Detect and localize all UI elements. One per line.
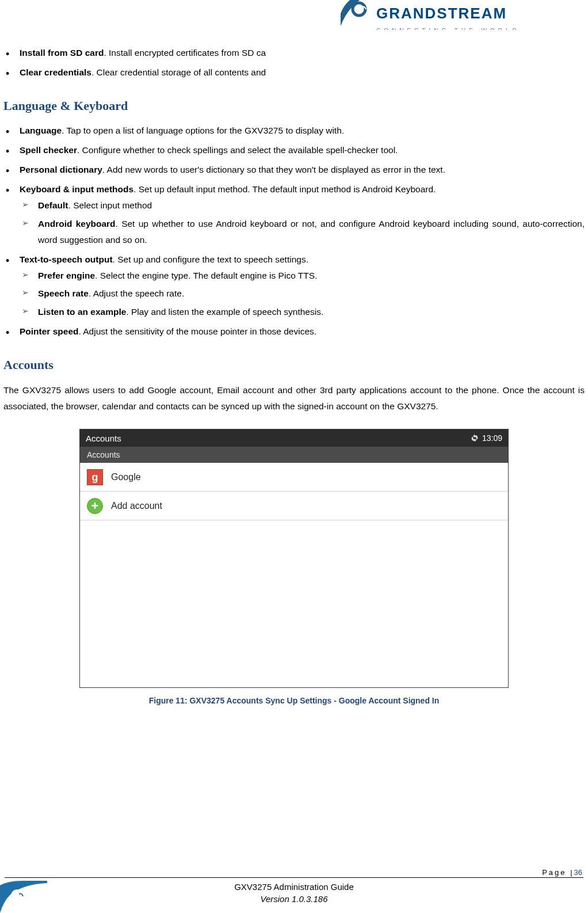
item-term: Android keyboard	[38, 219, 116, 229]
google-icon: g	[87, 469, 103, 485]
footer-corner-logo	[0, 881, 47, 913]
account-row-google[interactable]: g Google	[80, 463, 508, 492]
item-desc: . Select the engine type. The default en…	[95, 271, 317, 280]
item-term: Speech rate	[38, 288, 89, 298]
item-desc: . Clear credential storage of all conten…	[91, 67, 266, 77]
brand-logo: GRANDSTREAM CONNECTING THE WORLD	[341, 0, 588, 30]
language-list: Language. Tap to open a list of language…	[3, 123, 585, 340]
item-term: Pointer speed	[20, 326, 79, 336]
item-term: Personal dictionary	[20, 165, 102, 174]
screenshot-statusbar: Accounts 13:09	[80, 429, 508, 447]
item-desc: . Configure whether to check spellings a…	[77, 145, 398, 155]
brand-name: GRANDSTREAM	[376, 0, 520, 27]
screenshot-status-right: 13:09	[471, 431, 502, 446]
list-item: Spell checker. Configure whether to chec…	[20, 142, 585, 158]
page-prefix: Page |	[542, 868, 574, 877]
page-content: Install from SD card. Install encrypted …	[3, 45, 585, 709]
screenshot-blank-area	[80, 520, 508, 687]
screenshot-clock: 13:09	[482, 431, 502, 446]
item-term: Keyboard & input methods	[20, 184, 133, 194]
footer-version: Version 1.0.3.186	[0, 893, 588, 905]
footer-guide-title: GXV3275 Administration Guide	[0, 881, 588, 893]
tts-sublist: Prefer engine. Select the engine type. T…	[20, 268, 585, 321]
item-term: Text-to-speech output	[20, 254, 113, 264]
item-term: Default	[38, 200, 68, 210]
item-term: Install from SD card	[20, 48, 104, 58]
document-page: GRANDSTREAM CONNECTING THE WORLD Install…	[0, 0, 588, 913]
list-item: Language. Tap to open a list of language…	[20, 123, 585, 139]
figure-caption: Figure 11: GXV3275 Accounts Sync Up Sett…	[3, 694, 585, 708]
item-term: Prefer engine	[38, 271, 95, 280]
item-term: Spell checker	[20, 145, 77, 155]
brand-tagline: CONNECTING THE WORLD	[376, 26, 520, 30]
page-footer: Page |36 GXV3275 Administration Guide Ve…	[0, 873, 588, 913]
item-desc: . Adjust the sensitivity of the mouse po…	[79, 326, 317, 336]
screenshot-title: Accounts	[86, 431, 121, 446]
item-desc: . Install encrypted certificates from SD…	[104, 48, 266, 58]
accounts-paragraph: The GXV3275 allows users to add Google a…	[3, 382, 585, 414]
item-desc: . Tap to open a list of language options…	[62, 125, 344, 135]
sync-icon	[471, 434, 479, 442]
item-term: Clear credentials	[20, 67, 91, 77]
keyboard-sublist: Default. Select input method Android key…	[20, 197, 585, 248]
item-desc: . Play and listen the example of speech …	[126, 307, 323, 317]
section-heading-language-keyboard: Language & Keyboard	[3, 94, 585, 117]
footer-center-text: GXV3275 Administration Guide Version 1.0…	[0, 881, 588, 905]
intro-list: Install from SD card. Install encrypted …	[3, 45, 585, 81]
list-item: Default. Select input method	[38, 197, 585, 214]
page-num-value: 36	[574, 868, 582, 877]
list-item: Android keyboard. Set up whether to use …	[38, 216, 585, 248]
list-item: Prefer engine. Select the engine type. T…	[38, 268, 585, 284]
list-item: Listen to an example. Play and listen th…	[38, 304, 585, 320]
svg-point-0	[353, 3, 365, 16]
svg-point-1	[12, 891, 22, 901]
item-term: Language	[20, 125, 62, 135]
account-row-add[interactable]: + Add account	[80, 492, 508, 520]
accounts-screenshot: Accounts 13:09 Accounts g Google + Add a…	[79, 429, 509, 688]
account-label: Google	[111, 469, 141, 486]
list-item: Keyboard & input methods. Set up default…	[20, 181, 585, 248]
plus-icon: +	[87, 498, 103, 514]
item-desc: . Adjust the speech rate.	[89, 288, 184, 298]
screenshot-body: g Google + Add account	[80, 463, 508, 687]
item-term: Listen to an example	[38, 307, 126, 317]
item-desc: . Add new words to user's dictionary so …	[102, 165, 445, 174]
item-desc: . Set up default input method. The defau…	[133, 184, 436, 194]
list-item: Personal dictionary. Add new words to us…	[20, 162, 585, 178]
footer-divider	[5, 877, 583, 878]
item-desc: . Set up and configure the text to speec…	[113, 254, 308, 264]
account-label: Add account	[111, 498, 162, 515]
list-item: Install from SD card. Install encrypted …	[20, 45, 585, 61]
item-desc: . Set up whether to use Android keyboard…	[38, 219, 585, 245]
screenshot-subheader: Accounts	[80, 447, 508, 463]
list-item: Speech rate. Adjust the speech rate.	[38, 286, 585, 302]
item-desc: . Select input method	[68, 200, 152, 210]
section-heading-accounts: Accounts	[3, 353, 585, 376]
brand-swoosh-icon	[341, 0, 381, 30]
list-item: Pointer speed. Adjust the sensitivity of…	[20, 324, 585, 340]
list-item: Text-to-speech output. Set up and config…	[20, 252, 585, 321]
list-item: Clear credentials. Clear credential stor…	[20, 64, 585, 81]
